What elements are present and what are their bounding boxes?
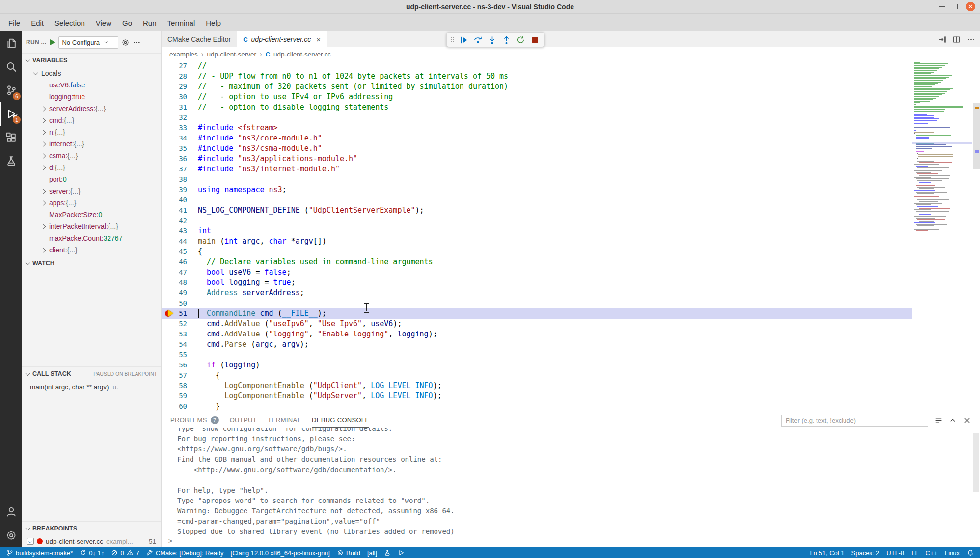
menu-go[interactable]: Go [117,16,137,29]
explorer-icon[interactable] [0,31,22,55]
code-line[interactable]: 60 } [162,401,912,412]
menu-edit[interactable]: Edit [26,16,49,29]
minimize-icon[interactable] [939,6,945,7]
code-line[interactable]: 28// - UDP flow from n0 to n1 of 1024 by… [162,71,912,82]
gutter[interactable]: 47 [162,267,198,278]
variable-row[interactable]: serverAddress: {...} [22,103,161,114]
variable-row[interactable]: useV6: false [22,79,161,91]
code-line[interactable]: 36#include "ns3/applications-module.h" [162,154,912,164]
watch-section-header[interactable]: WATCH [22,256,161,270]
variable-row[interactable]: internet: {...} [22,138,161,150]
call-stack-section-header[interactable]: CALL STACK PAUSED ON BREAKPOINT [22,367,161,381]
minimap[interactable] [912,61,972,413]
gutter[interactable]: 58 [162,381,198,391]
menu-selection[interactable]: Selection [49,16,90,29]
cmake-tools-icon[interactable] [0,149,22,173]
gutter[interactable]: 48 [162,278,198,288]
gutter[interactable]: 44 [162,236,198,247]
code-line[interactable]: 40 [162,195,912,205]
gutter[interactable]: 40 [162,195,198,205]
variable-row[interactable]: cmd: {...} [22,114,161,126]
panel-tab-debug-console[interactable]: DEBUG CONSOLE [312,413,369,428]
variable-row[interactable]: csma: {...} [22,150,161,162]
status-encoding[interactable]: UTF-8 [883,547,908,558]
maximize-panel-icon[interactable] [949,417,957,425]
gutter[interactable]: 52 [162,319,198,329]
gutter[interactable]: 50 [162,298,198,308]
split-editor-icon[interactable] [953,35,961,44]
run-debug-icon[interactable]: 1 [0,102,22,126]
step-into-button[interactable] [486,34,499,46]
code-line[interactable]: 30// - option to use IPv4 or IPv6 addres… [162,92,912,102]
code-line[interactable]: 43int [162,226,912,236]
code-line[interactable]: 54 cmd.Parse (argc, argv); [162,339,912,350]
variable-row[interactable]: maxPacketCount: 32767 [22,232,161,244]
code-line[interactable]: 59 LogComponentEnable ("UdpServer", LOG_… [162,391,912,401]
close-icon[interactable]: ✕ [966,2,975,11]
gutter[interactable]: 31 [162,102,198,112]
maximize-icon[interactable] [953,4,958,9]
menu-view[interactable]: View [90,16,117,29]
debug-config-dropdown[interactable]: No Configura [58,36,118,49]
search-icon[interactable] [0,55,22,79]
variable-row[interactable]: n: {...} [22,126,161,138]
breadcrumb-item[interactable]: udp-client-server [207,51,256,58]
gutter[interactable]: 53 [162,329,198,339]
console-filter-input[interactable] [781,415,928,427]
panel-scrollbar[interactable] [973,433,979,492]
gutter[interactable]: 57 [162,370,198,381]
step-out-button[interactable] [500,34,513,46]
gutter[interactable]: 36 [162,154,198,164]
code-line[interactable]: 42 [162,216,912,226]
gutter[interactable]: 55 [162,350,198,360]
continue-button[interactable] [457,34,470,46]
code-line[interactable]: 56 if (logging) [162,360,912,370]
gutter[interactable]: 42 [162,216,198,226]
breakpoint-item[interactable]: udp-client-server.cc exampl... 51 [22,535,161,547]
panel-tab-output[interactable]: OUTPUT [230,413,257,428]
close-panel-icon[interactable] [963,417,971,425]
code-line[interactable]: 38 [162,174,912,185]
accounts-icon[interactable] [0,500,22,524]
code-line[interactable]: 33#include <fstream> [162,123,912,133]
gutter[interactable]: 41 [162,205,198,216]
breadcrumb-item[interactable]: udp-client-server.cc [273,51,331,58]
menu-file[interactable]: File [3,16,26,29]
panel-tab-problems[interactable]: PROBLEMS7 [170,413,219,428]
code-line[interactable]: 52 cmd.AddValue ("useIpv6", "Use Ipv6", … [162,319,912,329]
debug-console[interactable]: Type "show configuration" for configurat… [162,428,980,547]
status-git-sync[interactable]: 0↓ 1↑ [76,547,108,558]
gutter[interactable]: 46 [162,257,198,267]
gutter[interactable]: 35 [162,143,198,154]
gutter[interactable]: 32 [162,112,198,123]
debug-settings-gear-icon[interactable] [121,38,130,47]
code-line[interactable]: 58 LogComponentEnable ("UdpClient", LOG_… [162,381,912,391]
menu-help[interactable]: Help [200,16,226,29]
stop-button[interactable] [528,34,542,46]
variable-row[interactable]: Locals [22,67,161,79]
variable-row[interactable]: port: 0 [22,173,161,185]
code-line[interactable]: 55 [162,350,912,360]
menu-terminal[interactable]: Terminal [162,16,201,29]
step-over-button[interactable] [471,34,485,46]
code-line[interactable]: 29// - maximum of 320 packets sent (or l… [162,82,912,92]
status-notifications[interactable] [963,547,977,558]
code-line[interactable]: 48 bool logging = true; [162,278,912,288]
status-ctest[interactable] [381,547,394,558]
gutter[interactable]: 43 [162,226,198,236]
code-line[interactable]: 49 Address serverAddress; [162,288,912,298]
status-problems[interactable]: 07 [108,547,142,558]
variable-row[interactable]: logging: true [22,91,161,103]
status-git-branch[interactable]: buildsystem-cmake* [3,547,76,558]
code-line[interactable]: 35#include "ns3/csma-module.h" [162,143,912,154]
code-line[interactable]: 27// [162,61,912,71]
console-prompt[interactable]: > [168,536,172,546]
gutter[interactable]: 29 [162,82,198,92]
gutter[interactable]: 39 [162,185,198,195]
gutter[interactable]: 56 [162,360,198,370]
variable-row[interactable]: d: {...} [22,162,161,173]
variable-row[interactable]: apps: {...} [22,197,161,209]
drag-handle-icon[interactable] [451,37,455,43]
gutter[interactable]: 54 [162,339,198,350]
more-actions-icon[interactable] [967,35,975,44]
